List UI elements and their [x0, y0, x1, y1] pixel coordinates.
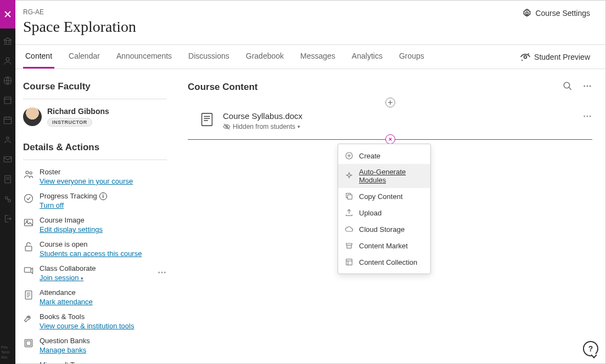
- institution-icon[interactable]: [3, 36, 13, 46]
- collaborate-link[interactable]: Join session ▾: [40, 274, 96, 282]
- books-link[interactable]: View course & institution tools: [40, 322, 134, 330]
- course-settings-button[interactable]: Course Settings: [522, 8, 590, 18]
- menu-label: Upload: [359, 209, 381, 217]
- svg-line-35: [569, 87, 571, 90]
- course-title: Space Exploration: [23, 18, 136, 36]
- svg-point-19: [26, 171, 29, 174]
- content-document-row[interactable]: Course Syllabus.docx Hidden from student…: [188, 106, 592, 136]
- menu-label: Auto-Generate Modules: [359, 168, 424, 184]
- menu-cloud[interactable]: Cloud Storage: [338, 221, 430, 237]
- tools-icon: [23, 314, 34, 325]
- detail-books: Books & Tools View course & institution …: [23, 312, 167, 330]
- document-visibility[interactable]: Hidden from students ▾: [223, 123, 575, 130]
- search-button[interactable]: [563, 81, 573, 93]
- attendance-icon: [23, 289, 34, 300]
- tab-discussions[interactable]: Discussions: [186, 45, 232, 69]
- attendance-link[interactable]: Mark attendance: [40, 298, 93, 306]
- more-icon: [582, 111, 592, 121]
- messages-icon[interactable]: [3, 155, 13, 164]
- svg-point-21: [25, 195, 33, 203]
- student-preview-button[interactable]: Student Preview: [520, 52, 590, 62]
- detail-progress: Progress Tracking i Turn off: [23, 192, 167, 209]
- info-icon[interactable]: i: [99, 192, 107, 200]
- tab-analytics[interactable]: Analytics: [350, 45, 385, 69]
- upload-icon: [345, 208, 354, 217]
- course-image-link[interactable]: Edit display settings: [40, 225, 103, 234]
- collaborate-icon: [23, 265, 34, 276]
- rail-footer-text: PrivTermAcc: [1, 345, 10, 360]
- menu-copy[interactable]: Copy Content: [338, 188, 430, 204]
- cancel-insert-button[interactable]: [385, 134, 395, 144]
- help-button[interactable]: ?: [583, 341, 598, 356]
- tab-calendar[interactable]: Calendar: [66, 45, 102, 69]
- tab-messages[interactable]: Messages: [298, 45, 338, 69]
- hidden-icon: [223, 123, 231, 130]
- collaborate-menu-button[interactable]: [157, 268, 167, 279]
- faculty-entry: Richard Gibbons INSTRUCTOR: [23, 107, 167, 127]
- svg-rect-55: [347, 195, 352, 199]
- preview-icon: [520, 52, 531, 62]
- menu-label: Create: [359, 152, 380, 160]
- grades-icon[interactable]: [3, 174, 13, 184]
- faculty-name: Richard Gibbons: [47, 107, 109, 116]
- detail-label: Progress Tracking i: [40, 192, 107, 200]
- detail-label: Course Image: [40, 216, 103, 224]
- unlock-icon: [23, 241, 34, 252]
- menu-auto-generate[interactable]: Auto-Generate Modules: [338, 164, 430, 188]
- progress-icon: [23, 193, 34, 204]
- tab-groups[interactable]: Groups: [397, 45, 427, 69]
- menu-label: Content Collection: [359, 258, 417, 266]
- detail-label: Attendance: [40, 288, 93, 297]
- tab-content[interactable]: Content: [23, 45, 54, 69]
- course-tabs: Content Calendar Announcements Discussio…: [23, 45, 427, 69]
- menu-create[interactable]: Create: [338, 147, 430, 164]
- avatar: [23, 107, 42, 126]
- svg-point-26: [158, 271, 160, 273]
- close-panel-button[interactable]: [0, 0, 15, 29]
- content-section-title: Course Content: [188, 82, 258, 93]
- roster-icon: [23, 169, 34, 180]
- image-icon: [23, 217, 34, 228]
- banks-link[interactable]: Manage banks: [40, 346, 90, 354]
- svg-point-2: [6, 58, 9, 61]
- menu-label: Copy Content: [359, 192, 403, 201]
- courses-icon[interactable]: [3, 95, 13, 105]
- progress-link[interactable]: Turn off: [40, 201, 107, 209]
- menu-upload[interactable]: Upload: [338, 204, 430, 221]
- course-open-link[interactable]: Students can access this course: [40, 249, 142, 258]
- detail-label: Roster: [40, 168, 133, 176]
- tab-announcements[interactable]: Announcements: [114, 45, 174, 69]
- teams-icon: [23, 362, 34, 363]
- detail-attendance: Attendance Mark attendance: [23, 288, 167, 306]
- svg-point-27: [161, 271, 163, 273]
- activity-icon[interactable]: [3, 76, 13, 86]
- menu-collection[interactable]: Content Collection: [338, 254, 430, 270]
- plus-circle-icon: [345, 151, 354, 160]
- roster-link[interactable]: View everyone in your course: [40, 177, 133, 185]
- course-header: RG-AE Space Exploration Course Settings: [15, 1, 605, 45]
- insert-divider: [188, 139, 592, 140]
- signout-icon[interactable]: [3, 214, 13, 224]
- document-menu-button[interactable]: [582, 111, 592, 123]
- calendar-icon[interactable]: [3, 115, 13, 125]
- detail-question-banks: Question Banks Manage banks: [23, 337, 167, 354]
- profile-icon[interactable]: [3, 56, 13, 66]
- group-icon[interactable]: [3, 135, 13, 145]
- detail-course-image: Course Image Edit display settings: [23, 216, 167, 234]
- add-content-button[interactable]: [385, 98, 395, 107]
- course-settings-label: Course Settings: [535, 9, 590, 18]
- tab-gradebook[interactable]: Gradebook: [244, 45, 286, 69]
- detail-label: Class Collaborate: [40, 264, 96, 272]
- svg-point-38: [590, 86, 591, 87]
- faculty-section-title: Course Faculty: [23, 81, 167, 99]
- menu-label: Cloud Storage: [359, 225, 405, 234]
- detail-label: Microsoft Teams: [40, 361, 116, 363]
- svg-point-17: [526, 12, 529, 15]
- cloud-icon: [345, 225, 354, 234]
- svg-rect-31: [26, 341, 31, 345]
- content-menu-button[interactable]: [582, 81, 592, 93]
- search-icon: [563, 81, 573, 91]
- tools-icon[interactable]: [3, 194, 13, 204]
- menu-market[interactable]: Content Market: [338, 237, 430, 254]
- svg-point-18: [524, 55, 527, 58]
